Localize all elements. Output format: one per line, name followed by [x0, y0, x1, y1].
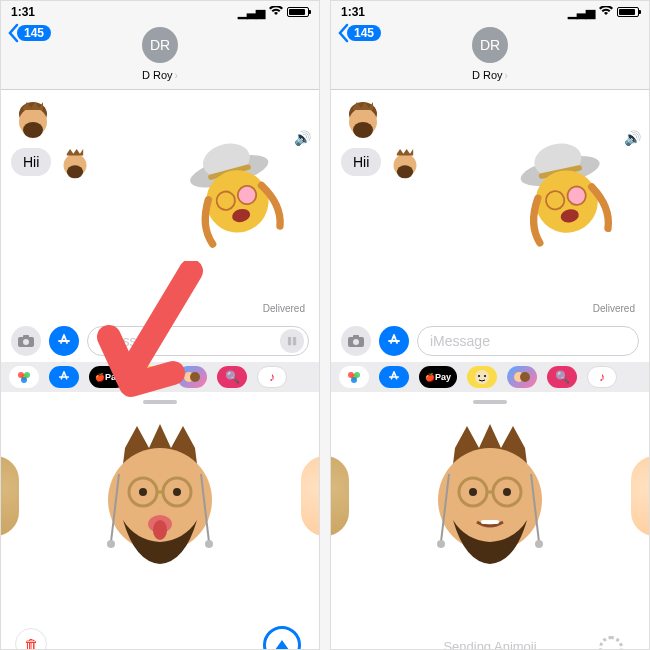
drag-handle[interactable]: [143, 400, 177, 404]
svg-point-33: [205, 540, 213, 548]
sound-icon: 🔊: [624, 130, 641, 146]
spinner-icon: [599, 636, 623, 650]
status-bar: 1:31 ▁▃▅: [331, 1, 649, 23]
camera-icon: [18, 335, 34, 347]
chevron-right-icon: ›: [505, 70, 508, 81]
svg-point-16: [18, 372, 24, 378]
trash-icon: 🗑: [24, 636, 39, 651]
status-icons: ▁▃▅: [238, 5, 309, 19]
svg-rect-64: [481, 520, 499, 524]
back-button[interactable]: 145: [7, 23, 51, 43]
arrow-up-icon: [275, 640, 289, 650]
input-bar: iMessage: [331, 320, 649, 362]
svg-point-66: [535, 540, 543, 548]
search-icon: 🔍: [555, 370, 570, 384]
camera-button[interactable]: [341, 326, 371, 356]
back-button[interactable]: 145: [337, 23, 381, 43]
sending-status: Sending Animoji: [443, 639, 536, 650]
tray-images-search[interactable]: 🔍: [217, 366, 247, 388]
tray-photos[interactable]: [9, 366, 39, 388]
svg-point-52: [351, 377, 357, 383]
back-badge: 145: [17, 25, 51, 41]
appstore-button[interactable]: [379, 326, 409, 356]
photos-icon: [346, 369, 362, 385]
tray-animoji[interactable]: [137, 366, 167, 388]
delivered-label: Delivered: [593, 303, 635, 314]
chevron-right-icon: ›: [175, 70, 178, 81]
incoming-bubble: Hii: [11, 148, 51, 176]
memoji-preview[interactable]: [405, 412, 575, 582]
delivered-label: Delivered: [263, 303, 305, 314]
music-icon: ♪: [269, 370, 275, 384]
svg-point-20: [148, 375, 150, 377]
camera-icon: [348, 335, 364, 347]
memoji-preview[interactable]: [75, 412, 245, 582]
tray-appstore[interactable]: [379, 366, 409, 388]
status-time: 1:31: [341, 5, 365, 19]
contact-name[interactable]: D Roy ›: [142, 69, 178, 81]
memoji-stage: Sending Animoji: [331, 392, 649, 650]
svg-point-38: [397, 165, 413, 178]
voice-button[interactable]: ⦀⦀: [280, 329, 304, 353]
appstore-button[interactable]: [49, 326, 79, 356]
tray-music[interactable]: ♪: [257, 366, 287, 388]
appstore-icon: [386, 333, 402, 349]
phone-left: 1:31 ▁▃▅ 145 DR D Roy › Hii 🔊: [0, 0, 320, 650]
app-tray[interactable]: 🍎Pay 🔍 ♪: [1, 362, 319, 392]
svg-point-53: [475, 370, 489, 384]
svg-point-18: [21, 377, 27, 383]
svg-point-51: [354, 372, 360, 378]
svg-point-2: [23, 122, 43, 138]
animoji-icon: [143, 368, 161, 386]
svg-point-58: [438, 448, 542, 552]
tray-appstore[interactable]: [49, 366, 79, 388]
tray-music[interactable]: ♪: [587, 366, 617, 388]
tray-applepay[interactable]: 🍎Pay: [89, 366, 127, 388]
memoji-hat-sticker: [499, 124, 629, 254]
svg-point-47: [353, 339, 359, 345]
memoji-crown-small: [341, 96, 385, 140]
svg-rect-48: [353, 335, 359, 338]
conversation-area: Hii 🔊 Delivered: [331, 90, 649, 320]
tray-memoji[interactable]: [177, 366, 207, 388]
wifi-icon: [599, 5, 613, 19]
tray-images-search[interactable]: 🔍: [547, 366, 577, 388]
conversation-header: 145 DR D Roy ›: [1, 23, 319, 90]
sound-icon: 🔊: [294, 130, 311, 146]
svg-point-13: [23, 339, 29, 345]
tray-memoji[interactable]: [507, 366, 537, 388]
search-icon: 🔍: [225, 370, 240, 384]
svg-point-23: [190, 372, 200, 382]
signal-icon: ▁▃▅: [238, 5, 265, 19]
send-button[interactable]: [263, 626, 301, 650]
tray-photos[interactable]: [339, 366, 369, 388]
avatar[interactable]: DR: [472, 27, 508, 63]
message-input[interactable]: iMessage ⦀⦀: [87, 326, 309, 356]
memoji-next-peek[interactable]: [301, 456, 320, 536]
app-tray[interactable]: 🍎Pay 🔍 ♪: [331, 362, 649, 392]
svg-point-57: [520, 372, 530, 382]
memoji-next-peek[interactable]: [631, 456, 650, 536]
memoji-prev-peek[interactable]: [0, 456, 19, 536]
status-icons: ▁▃▅: [568, 5, 639, 19]
avatar[interactable]: DR: [142, 27, 178, 63]
conversation-header: 145 DR D Roy ›: [331, 23, 649, 90]
photos-icon: [16, 369, 32, 385]
drag-handle[interactable]: [473, 400, 507, 404]
contact-name[interactable]: D Roy ›: [472, 69, 508, 81]
svg-point-28: [139, 488, 147, 496]
message-input[interactable]: iMessage: [417, 326, 639, 356]
delete-button[interactable]: 🗑: [15, 628, 47, 650]
svg-point-19: [145, 370, 159, 384]
memoji-icon: [183, 368, 201, 386]
appstore-icon: [57, 370, 71, 384]
camera-button[interactable]: [11, 326, 41, 356]
battery-icon: [287, 7, 309, 17]
memoji-prev-peek[interactable]: [330, 456, 349, 536]
svg-rect-14: [23, 335, 29, 338]
svg-point-21: [154, 375, 156, 377]
svg-point-63: [503, 488, 511, 496]
tray-applepay[interactable]: 🍎Pay: [419, 366, 457, 388]
status-bar: 1:31 ▁▃▅: [1, 1, 319, 23]
tray-animoji[interactable]: [467, 366, 497, 388]
